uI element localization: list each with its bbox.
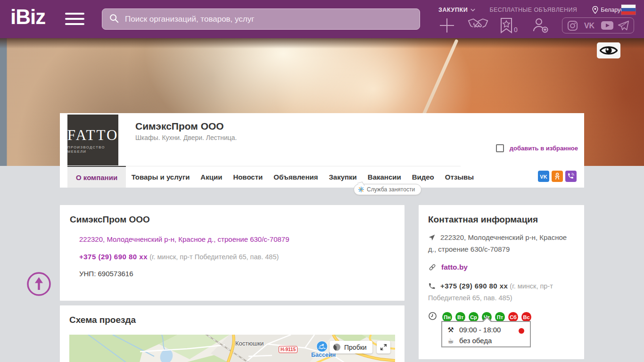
- plus-icon: [438, 17, 455, 34]
- phone-icon: [428, 282, 436, 293]
- company-name: СимэксПром ООО: [135, 121, 224, 132]
- views-eye-button[interactable]: [597, 42, 620, 58]
- tab-products[interactable]: Товары и услуги: [126, 166, 195, 188]
- map-road-badge: Н-9115: [279, 346, 297, 353]
- chevron-down-icon: [471, 8, 475, 12]
- company-phone-note-text: (г. минск, пр-т Победителей 65, пав. 485…: [149, 253, 279, 261]
- about-title: СимэксПром ООО: [70, 214, 395, 225]
- svg-text:VK: VK: [540, 174, 547, 180]
- map-canvas[interactable]: Костюшки Н-9115 Бассейн Пробки: [69, 335, 395, 362]
- search-bar: [102, 8, 420, 30]
- contact-title: Контактная информация: [428, 214, 575, 225]
- search-icon: [109, 13, 119, 25]
- handshake-icon: [468, 17, 488, 34]
- day-sat[interactable]: Сб: [508, 312, 518, 322]
- clock-icon: [428, 312, 437, 322]
- tab-reviews[interactable]: Отзывы: [439, 166, 479, 188]
- location-arrow-icon: [428, 234, 436, 244]
- map-town-label: Костюшки: [235, 340, 264, 347]
- telegram-icon[interactable]: [616, 20, 630, 31]
- header-social-links: VK: [562, 17, 634, 33]
- company-logo-title: FATTO: [67, 127, 119, 144]
- contact-card: Контактная информация 222320, Молодечнен…: [419, 205, 584, 359]
- traffic-icon: [333, 344, 340, 351]
- site-logo[interactable]: iBiz: [10, 6, 45, 28]
- favorites-count: 0: [514, 26, 518, 33]
- top-nav: ЗАКУПКИ БЕСПЛАТНЫЕ ОБЪЯВЛЕНИЯ Беларусь: [438, 5, 627, 15]
- contact-address-row: 222320, Молодечненский р-н, Красное д., …: [428, 232, 575, 255]
- day-mon[interactable]: Пн: [442, 312, 452, 322]
- vk-icon[interactable]: VK: [580, 20, 598, 31]
- vacancy-tooltip-text: Служба занятости: [367, 186, 415, 193]
- company-ok-icon[interactable]: [552, 171, 563, 182]
- favorite-label: добавить в избранное: [510, 145, 578, 152]
- youtube-icon[interactable]: [600, 20, 615, 31]
- login-button[interactable]: [532, 17, 549, 34]
- company-vk-icon[interactable]: VK: [538, 171, 549, 182]
- link-icon: [428, 263, 437, 274]
- open-status-dot: [519, 328, 524, 334]
- pool-icon[interactable]: [316, 341, 328, 352]
- company-tagline: Шкафы. Кухни. Двери. Лестница.: [135, 134, 237, 141]
- contact-phone[interactable]: +375 (29) 690 80 xx: [440, 282, 508, 290]
- favorite-checkbox[interactable]: [496, 144, 504, 152]
- language-flag-ru[interactable]: [621, 5, 636, 15]
- contact-website-row: fatto.by: [428, 262, 575, 274]
- pin-icon: [592, 6, 598, 14]
- contact-phone-row: +375 (29) 690 80 xx (г. минск, пр-т Побе…: [428, 281, 575, 303]
- about-card: СимэксПром ООО 222320, Молодечненский р-…: [60, 205, 405, 301]
- instagram-icon[interactable]: [566, 20, 579, 31]
- user-add-icon: [532, 17, 549, 34]
- add-company-button[interactable]: [438, 17, 455, 34]
- day-sun[interactable]: Вс: [521, 312, 531, 322]
- nav-free-ads[interactable]: БЕСПЛАТНЫЕ ОБЪЯВЛЕНИЯ: [489, 7, 577, 13]
- website-link[interactable]: fatto.by: [441, 263, 468, 271]
- nav-zakupki[interactable]: ЗАКУПКИ: [438, 7, 475, 13]
- header-icons: 0: [438, 17, 549, 34]
- company-address-link[interactable]: 222320, Молодечненский р-н, Красное д., …: [79, 235, 395, 243]
- day-tue[interactable]: Вт: [455, 312, 465, 322]
- search-input[interactable]: [125, 15, 413, 24]
- expand-icon: [380, 343, 388, 351]
- partners-button[interactable]: [468, 17, 488, 34]
- contact-address: 222320, Молодечненский р-н, Красное д., …: [428, 233, 567, 253]
- company-viber-icon[interactable]: [565, 171, 577, 182]
- company-phone-link[interactable]: +375 (29) 690 80 xx: [79, 253, 148, 261]
- tools-icon: ⚒: [446, 326, 455, 334]
- day-fri[interactable]: Пт: [495, 312, 505, 322]
- map-fullscreen-button[interactable]: [377, 341, 390, 354]
- eye-icon: [600, 45, 618, 56]
- working-hours: 09:00 - 18:00: [459, 326, 501, 334]
- page: iBiz ЗАКУПКИ БЕСПЛАТНЫЕ ОБЪЯВЛЕНИЯ Белар…: [0, 0, 644, 362]
- map-card: Схема проезда: [60, 305, 405, 362]
- scroll-top-button[interactable]: [26, 272, 51, 296]
- add-to-favorites[interactable]: добавить в избранное: [496, 144, 578, 152]
- day-wed[interactable]: Ср: [469, 312, 479, 322]
- company-social-links: VK: [538, 171, 577, 182]
- company-card: FATTO ПРОИЗВОДСТВО МЕБЕЛИ СимэксПром ООО…: [60, 113, 584, 188]
- traffic-label: Пробки: [344, 344, 367, 351]
- arrow-up-icon: [26, 272, 51, 296]
- tab-ads[interactable]: Объявления: [268, 166, 323, 188]
- favorites-button[interactable]: 0: [500, 17, 518, 33]
- svg-text:VK: VK: [584, 22, 594, 30]
- vacancy-tooltip: Служба занятости: [354, 184, 421, 195]
- tab-news[interactable]: Новости: [228, 166, 268, 188]
- tab-about[interactable]: О компании: [67, 166, 126, 188]
- coffee-icon: ☕: [446, 337, 455, 345]
- map-title: Схема проезда: [69, 315, 395, 325]
- traffic-toggle-button[interactable]: Пробки: [330, 341, 372, 354]
- bookmark-star-icon: [500, 17, 513, 33]
- lunch-info: без обеда: [459, 337, 492, 345]
- working-hours-tooltip: ⚒ 09:00 - 18:00 ☕ без обеда: [441, 321, 531, 347]
- employment-service-icon: [358, 187, 364, 192]
- company-logo[interactable]: FATTO ПРОИЗВОДСТВО МЕБЕЛИ: [67, 115, 118, 165]
- company-unp: УНП: 690573616: [79, 270, 395, 278]
- tab-promos[interactable]: Акции: [195, 166, 228, 188]
- company-logo-subtitle: ПРОИЗВОДСТВО МЕБЕЛИ: [67, 145, 118, 154]
- header: iBiz ЗАКУПКИ БЕСПЛАТНЫЕ ОБЪЯВЛЕНИЯ Белар…: [0, 0, 644, 38]
- menu-icon[interactable]: [65, 13, 84, 26]
